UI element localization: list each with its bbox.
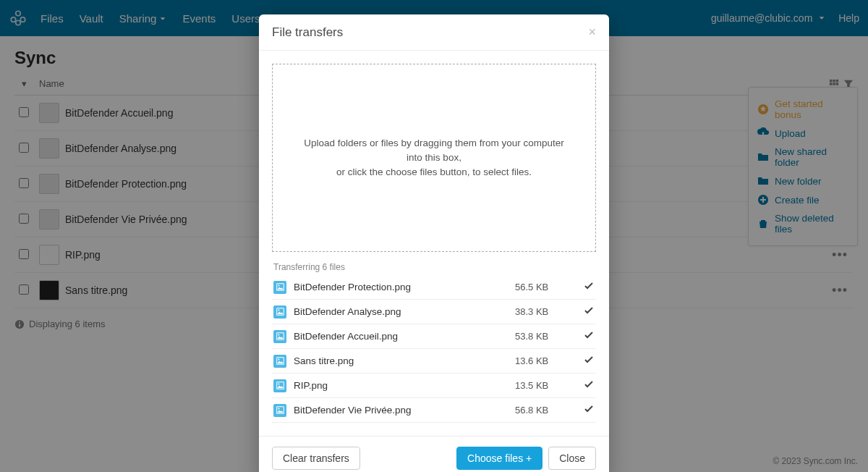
image-file-icon: [273, 355, 286, 368]
transfer-row: BitDefender Accueil.png 53.8 KB: [272, 324, 596, 349]
transfer-filename: BitDefender Vie Privée.png: [294, 405, 412, 416]
transfer-size: 56.5 KB: [515, 282, 573, 292]
svg-point-20: [278, 334, 279, 335]
check-icon: [573, 403, 595, 417]
transfer-filename: BitDefender Analyse.png: [294, 306, 401, 317]
check-icon: [573, 280, 595, 294]
dropzone-text-1: Upload folders or files by dragging them…: [302, 136, 566, 166]
upload-dropzone[interactable]: Upload folders or files by dragging them…: [272, 64, 596, 252]
image-file-icon: [273, 379, 286, 392]
close-button[interactable]: Close: [548, 447, 596, 470]
modal-overlay: File transfers × Upload folders or files…: [0, 0, 868, 472]
svg-point-16: [278, 285, 279, 286]
choose-files-button[interactable]: Choose files +: [456, 447, 542, 470]
transfer-size: 38.3 KB: [515, 306, 573, 317]
svg-point-18: [278, 309, 279, 311]
transfer-count-label: Transferring 6 files: [272, 262, 596, 272]
transfer-size: 13.5 KB: [515, 380, 573, 391]
check-icon: [573, 354, 595, 368]
svg-point-22: [278, 358, 279, 360]
check-icon: [573, 305, 595, 319]
transfer-filename: RIP.png: [294, 380, 328, 391]
file-transfers-modal: File transfers × Upload folders or files…: [259, 14, 609, 472]
transfer-list: BitDefender Protection.png 56.5 KB BitDe…: [272, 275, 596, 423]
transfer-row: RIP.png 13.5 KB: [272, 374, 596, 398]
transfer-row: BitDefender Vie Privée.png 56.8 KB: [272, 398, 596, 423]
transfer-filename: BitDefender Accueil.png: [294, 331, 398, 342]
transfer-row: Sans titre.png 13.6 KB: [272, 349, 596, 374]
svg-point-24: [278, 383, 279, 384]
transfer-filename: BitDefender Protection.png: [294, 282, 411, 292]
transfer-size: 13.6 KB: [515, 355, 573, 366]
svg-point-26: [278, 408, 279, 409]
transfer-filename: Sans titre.png: [294, 355, 354, 366]
dropzone-text-2: or click the choose files button, to sel…: [302, 165, 566, 180]
modal-title: File transfers: [272, 25, 343, 40]
transfer-size: 53.8 KB: [515, 331, 573, 342]
image-file-icon: [273, 330, 286, 343]
image-file-icon: [273, 281, 286, 294]
clear-transfers-button[interactable]: Clear transfers: [272, 447, 360, 470]
transfer-size: 56.8 KB: [515, 405, 573, 416]
transfer-row: BitDefender Protection.png 56.5 KB: [272, 275, 596, 300]
image-file-icon: [273, 404, 286, 417]
image-file-icon: [273, 305, 286, 319]
transfer-row: BitDefender Analyse.png 38.3 KB: [272, 300, 596, 324]
close-icon[interactable]: ×: [588, 25, 596, 40]
check-icon: [573, 329, 595, 343]
check-icon: [573, 379, 595, 392]
